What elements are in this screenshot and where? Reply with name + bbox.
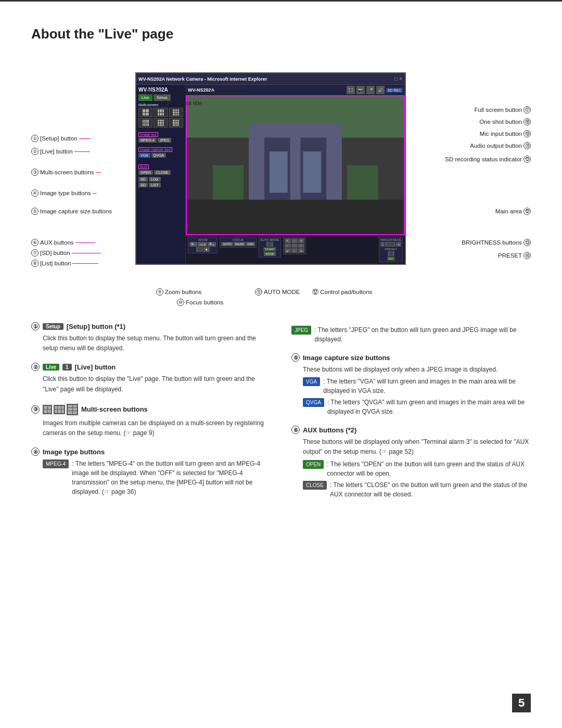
imgcap-title: Image capture size buttons [303,354,390,362]
live-desc: Click this button to display the "Live" … [31,374,271,394]
close-badge: CLOSE [303,481,327,490]
camera-view [186,95,405,235]
label-audio-out: Audio output button ⑳ [470,142,531,149]
far-focus-btn[interactable]: FAR [246,242,256,246]
desc-item-imgtype: ④ Image type buttons MPEG-4 : The letter… [31,448,271,496]
ctrl-pad-l[interactable]: ← [285,244,291,248]
aux-label: AUX [138,164,149,169]
ctrl-pad-u[interactable]: ↑ [291,238,298,243]
list-btn[interactable]: LIST [149,183,161,187]
label-focus: ⑩ Focus buttons [177,299,223,306]
label-main-area: Main area ㉒ [495,208,531,215]
zoom-out-btn[interactable]: 🔍- [189,242,197,247]
aux-open-btn[interactable]: OPEN [138,170,153,175]
mpeg4-btn[interactable]: MPEG-4 [138,138,157,143]
stop-btn[interactable]: STOP [264,252,275,256]
brightness-label: BRIGHTNESS [380,238,401,241]
cap-size-btns: VGA QVGA [138,153,183,158]
camera-sidebar: WV-NS202A Live Setup Multi-screen [136,85,186,264]
jpeg-btn[interactable]: JPEG [158,138,171,143]
aux-close-btn[interactable]: CLOSE [154,170,171,175]
desc-header-aux: ⑥ AUX buttons (*2) [291,426,531,434]
zoom-dropdown-btn[interactable]: ▼ [203,247,210,252]
jpeg-desc: : The letters "JPEG" on the button will … [314,325,531,344]
label-sd-rec: SD recording status indicator ㉑ [445,156,531,163]
label-live-btn: ② [Live] button [31,148,90,155]
go-btn[interactable]: GO [387,257,395,261]
aux-btns: OPEN CLOSE [138,170,183,175]
label-fullscreen: Full screen button ⑰ [475,106,531,113]
focus-group: FOCUS AUTO NEAR FAR [220,237,257,248]
diagram-container: WV-NS202A Network Camera - Microsoft Int… [31,57,531,306]
ms-btn-5[interactable] [154,118,168,127]
near-focus-btn[interactable]: NEAR [234,242,246,246]
brightness-val: ⬛⬛ [385,242,395,247]
sd-log-btns: SD LOG [138,177,183,182]
label-list: ⑧ [List] button [31,260,98,267]
brightness-minus-btn[interactable]: - [380,242,385,247]
mic-icon-btn[interactable]: 🎤 [366,86,375,94]
imgtype-jpeg-sub: JPEG : The letters "JPEG" on the button … [291,325,531,344]
camera-scene [187,96,404,234]
brightness-group: BRIGHTNESS - ⬛⬛ + PRESET ⬛ GO [379,237,403,262]
descriptions-section: ① Setup [Setup] button (*1) Click this b… [31,322,531,508]
ctrl-pad-r[interactable]: → [298,244,304,248]
label-alarm: ⑯ Alarm occurrence indication button [146,89,247,96]
label-controlpad: ⑫ Control pad/buttons [312,288,373,296]
ctrl-pad-dl[interactable]: ↙ [285,248,291,253]
zoom-in-btn[interactable]: 🔍+ [208,242,216,247]
ms-btn-6[interactable] [169,118,183,127]
setup-badge: Setup [43,323,63,330]
desc-right-col: JPEG : The letters "JPEG" on the button … [291,322,531,508]
ctrl-pad-c: · [291,244,298,248]
ctrl-pad-d[interactable]: ↓ [291,248,298,253]
sd-btn[interactable]: SD [138,177,148,182]
cam-icons: ⛶ 📷 🎤 🔊 SD REC [347,86,403,94]
ctrl-pad-ul[interactable]: ↖ [285,238,291,243]
label-setup-btn: ① [Setup] button [31,135,91,142]
setup-title: [Setup] button (*1) [67,323,125,330]
page-number: 5 [512,694,531,712]
imgtype-title: Image type buttons [43,448,105,456]
preset-label: PRESET [380,248,401,251]
desc-item-setup: ① Setup [Setup] button (*1) Click this b… [31,322,271,353]
auto-mode-val-btn: ⬛ [266,242,273,247]
desc-left-col: ① Setup [Setup] button (*1) Click this b… [31,322,271,508]
ctrl-pad-dr[interactable]: ↘ [298,248,304,253]
audio-out-icon-btn[interactable]: 🔊 [376,86,385,94]
fullscreen-icon-btn[interactable]: ⛶ [347,86,355,94]
ms-icon-2 [43,405,52,414]
image-sys-label: Image sys [138,132,158,137]
oneshot-icon-btn[interactable]: 📷 [356,86,365,94]
auto-focus-btn[interactable]: AUTO [221,242,233,246]
vga-badge: VGA [303,377,320,386]
desc-item-imgcap: ⑤ Image capture size buttons These butto… [291,353,531,416]
imgcap-qvga-sub: QVGA : The letters "QVGA" will turn gree… [291,398,531,416]
ctrl-pad-ur[interactable]: ↗ [298,238,304,243]
img-cap-label: Image capture size [138,147,172,152]
close-desc: : The letters "CLOSE" on the button will… [330,480,531,499]
ms-btn-1[interactable] [138,108,152,117]
ms-btn-3[interactable] [169,108,183,117]
ms-btn-2[interactable] [154,108,168,117]
ms-btn-4[interactable] [138,118,152,127]
ms-icon-3 [54,405,65,414]
label-brightness: BRIGHTNESS buttons ⑬ [462,239,531,246]
aux-section: AUX OPEN CLOSE SD LOG SD LIST [138,162,183,187]
sd-btn2[interactable]: SD [138,183,148,187]
start-btn[interactable]: START [263,247,276,251]
label-automode: ⑪ AUTO MODE [255,288,300,296]
log-btn[interactable]: LOG [149,177,161,182]
brightness-plus-btn[interactable]: + [396,242,401,247]
ms-icons-row [43,404,78,415]
aux-title: AUX buttons (*2) [303,426,356,434]
desc-header-live: ② Live 1 [Live] button [31,363,271,371]
vga-btn[interactable]: VGA [138,153,150,158]
browser-title: WV-NS202A Network Camera - Microsoft Int… [138,76,394,82]
zoom-extra-btn[interactable]: ⬛ [196,247,203,252]
sd-recording-badge: SD REC [386,88,403,93]
live-badge: Live [43,364,59,371]
open-desc: : The letters "OPEN" on the button will … [327,459,531,478]
qvga-btn[interactable]: QVGA [151,153,166,158]
qvga-badge: QVGA [303,398,324,407]
